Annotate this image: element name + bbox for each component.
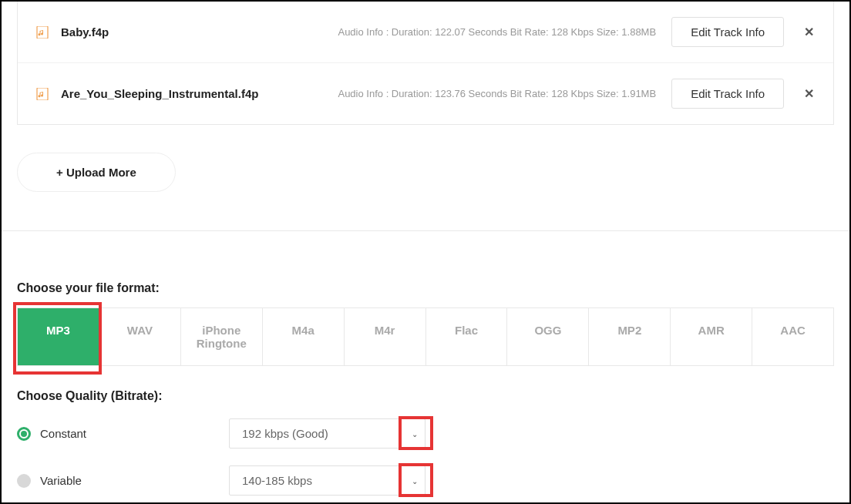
format-option-flac[interactable]: Flac xyxy=(426,308,508,365)
format-option-ogg[interactable]: OGG xyxy=(507,308,589,365)
file-info: Audio Info : Duration: 122.07 Seconds Bi… xyxy=(109,26,671,38)
file-name: Are_You_Sleeping_Instrumental.f4p xyxy=(61,87,258,100)
select-value: 140-185 kbps xyxy=(229,465,426,496)
format-option-mp3[interactable]: MP3 xyxy=(18,308,99,365)
file-name: Baby.f4p xyxy=(61,25,109,39)
radio-variable[interactable]: Variable xyxy=(17,474,229,488)
audio-file-icon xyxy=(36,26,49,39)
file-info: Audio Info : Duration: 123.76 Seconds Bi… xyxy=(258,88,671,99)
variable-bitrate-select[interactable]: 140-185 kbps ⌄ xyxy=(229,465,426,496)
quality-row-variable: Variable 140-185 kbps ⌄ xyxy=(17,465,834,496)
format-option-amr[interactable]: AMR xyxy=(671,308,752,365)
format-section-label: Choose your file format: xyxy=(17,281,834,295)
format-section: Choose your file format: MP3 WAV iPhone … xyxy=(2,231,849,496)
close-icon[interactable]: ✕ xyxy=(802,26,815,39)
format-grid: MP3 WAV iPhone Ringtone M4a M4r Flac OGG… xyxy=(17,307,834,366)
radio-constant[interactable]: Constant xyxy=(17,427,229,441)
file-list: Baby.f4p Audio Info : Duration: 122.07 S… xyxy=(17,2,834,125)
radio-label: Variable xyxy=(40,474,82,487)
radio-icon xyxy=(17,427,31,441)
format-label: MP3 xyxy=(46,324,70,337)
edit-track-button[interactable]: Edit Track Info xyxy=(671,17,784,47)
format-option-wav[interactable]: WAV xyxy=(99,308,181,365)
upload-more-button[interactable]: + Upload More xyxy=(17,153,176,192)
radio-icon xyxy=(17,474,31,488)
format-option-m4r[interactable]: M4r xyxy=(345,308,426,365)
audio-file-icon xyxy=(36,88,49,100)
format-option-m4a[interactable]: M4a xyxy=(263,308,345,365)
format-option-aac[interactable]: AAC xyxy=(752,308,833,365)
quality-section-label: Choose Quality (Bitrate): xyxy=(17,389,834,403)
highlight-box xyxy=(13,302,102,375)
close-icon[interactable]: ✕ xyxy=(802,88,815,100)
radio-label: Constant xyxy=(40,427,86,440)
file-row: Baby.f4p Audio Info : Duration: 122.07 S… xyxy=(18,2,833,63)
select-value: 192 kbps (Good) xyxy=(229,418,426,449)
format-option-iphone-ringtone[interactable]: iPhone Ringtone xyxy=(181,308,263,365)
constant-bitrate-select[interactable]: 192 kbps (Good) ⌄ xyxy=(229,418,426,449)
format-option-mp2[interactable]: MP2 xyxy=(589,308,671,365)
quality-row-constant: Constant 192 kbps (Good) ⌄ xyxy=(17,418,834,449)
edit-track-button[interactable]: Edit Track Info xyxy=(671,79,784,109)
file-row: Are_You_Sleeping_Instrumental.f4p Audio … xyxy=(18,63,833,124)
